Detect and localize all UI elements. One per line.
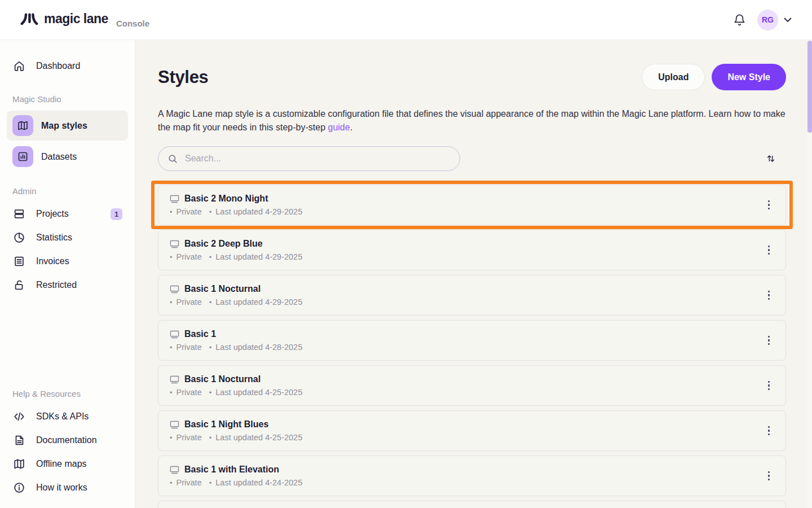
style-meta: • Private • Last updated 4-28-2025	[170, 343, 302, 352]
style-visibility: Private	[176, 433, 202, 442]
style-visibility: Private	[176, 207, 202, 216]
scrollbar-thumb[interactable]	[807, 41, 812, 133]
style-list-item[interactable]: Basic 1 Nocturnal • Private • Last updat…	[158, 275, 786, 316]
bullet-separator: •	[209, 208, 212, 216]
upload-button[interactable]: Upload	[642, 64, 705, 90]
guide-link[interactable]: guide	[328, 122, 350, 132]
style-options-button[interactable]	[762, 378, 776, 394]
sidebar-item-datasets[interactable]: Datasets	[7, 142, 128, 172]
projects-icon	[12, 207, 26, 221]
sidebar-item-label: Datasets	[41, 152, 77, 162]
style-name: Basic 1 Night Blues	[184, 419, 268, 430]
account-menu[interactable]: RG	[757, 10, 792, 30]
kebab-dot	[768, 298, 770, 300]
kebab-dot	[768, 249, 770, 251]
avatar[interactable]: RG	[757, 10, 778, 30]
style-list-item[interactable]: Basic 2 Mono Night • Private • Last upda…	[158, 185, 786, 225]
style-updated: Last updated 4-29-2025	[215, 297, 302, 306]
invoice-icon	[12, 255, 26, 268]
style-meta: • Private • Last updated 4-25-2025	[170, 388, 302, 397]
bullet-separator: •	[209, 343, 212, 352]
offline-map-icon	[12, 457, 26, 471]
sidebar-item-label: Projects	[36, 209, 69, 219]
chevron-down-icon	[784, 17, 792, 23]
style-visibility: Private	[176, 252, 202, 261]
style-list-item[interactable]: Basic 1 with Elevation • Private • Last …	[158, 456, 786, 496]
style-name: Basic 1 Nocturnal	[184, 374, 261, 384]
kebab-dot	[768, 291, 770, 293]
info-icon	[12, 481, 26, 494]
kebab-dot	[768, 433, 770, 436]
style-updated: Last updated 4-25-2025	[215, 388, 302, 397]
style-options-button[interactable]	[762, 468, 776, 484]
sidebar-item-how-it-works[interactable]: How it works	[7, 476, 128, 499]
section-label-magic-studio: Magic Studio	[12, 94, 128, 104]
bullet-separator: •	[209, 253, 212, 261]
style-options-button[interactable]	[762, 287, 776, 304]
new-style-button[interactable]: New Style	[712, 64, 786, 90]
style-list-item[interactable]: Basic 2 Deep Blue • Private • Last updat…	[158, 230, 786, 270]
sort-icon	[766, 154, 776, 164]
style-list-item[interactable]: Basic 1 Nocturnal • Private • Last updat…	[158, 365, 786, 406]
section-label-help: Help & Resources	[12, 389, 128, 398]
monitor-icon	[170, 330, 179, 339]
sort-button[interactable]	[764, 151, 778, 166]
bullet-separator: •	[170, 388, 173, 397]
kebab-dot	[768, 253, 770, 255]
kebab-dot	[768, 381, 770, 383]
main-content: Styles Upload New Style A Magic Lane map…	[135, 40, 812, 508]
sidebar-item-documentation[interactable]: Documentation	[7, 429, 128, 452]
style-visibility: Private	[176, 343, 202, 352]
search-input[interactable]	[185, 154, 451, 164]
sidebar-item-statistics[interactable]: Statistics	[7, 226, 128, 249]
style-options-button[interactable]	[762, 197, 776, 213]
style-options-button[interactable]	[762, 332, 776, 349]
sidebar-item-label: How it works	[36, 483, 87, 493]
home-icon	[12, 59, 26, 73]
style-meta: • Private • Last updated 4-24-2025	[170, 478, 302, 487]
sidebar-item-dashboard[interactable]: Dashboard	[7, 55, 128, 77]
kebab-dot	[768, 479, 770, 481]
sidebar-item-sdks-apis[interactable]: SDKs & APIs	[7, 405, 128, 428]
code-icon	[12, 410, 26, 423]
bullet-separator: •	[170, 208, 173, 216]
sidebar-item-label: Offline maps	[36, 459, 87, 469]
kebab-dot	[768, 388, 770, 391]
style-list-item[interactable]: • •	[158, 501, 786, 508]
sidebar-item-offline-maps[interactable]: Offline maps	[7, 453, 128, 475]
style-options-button[interactable]	[762, 242, 776, 259]
sidebar-item-label: Dashboard	[36, 61, 80, 71]
kebab-dot	[768, 343, 770, 345]
sidebar-item-projects[interactable]: Projects 1	[7, 203, 128, 225]
magic-lane-logo[interactable]: magic lane	[20, 11, 108, 27]
style-list-item[interactable]: Basic 1 Night Blues • Private • Last upd…	[158, 410, 786, 451]
section-label-admin: Admin	[12, 186, 128, 196]
kebab-dot	[768, 426, 770, 428]
monitor-icon	[170, 285, 179, 294]
style-name: Basic 2 Mono Night	[184, 194, 268, 204]
page-description: A Magic Lane map style is a customizable…	[158, 107, 786, 134]
kebab-dot	[768, 294, 770, 296]
sidebar-item-invoices[interactable]: Invoices	[7, 250, 128, 273]
style-options-button[interactable]	[762, 423, 776, 439]
sidebar-item-label: Documentation	[36, 435, 97, 445]
style-updated: Last updated 4-24-2025	[215, 478, 302, 487]
description-text: A Magic Lane map style is a customizable…	[158, 109, 785, 132]
sidebar-item-map-styles[interactable]: Map styles	[7, 111, 128, 141]
bullet-separator: •	[209, 479, 212, 487]
bullet-separator: •	[170, 253, 173, 261]
console-label: Console	[116, 19, 149, 28]
style-visibility: Private	[176, 388, 202, 397]
sidebar-item-label: Map styles	[41, 121, 87, 131]
monitor-icon	[170, 466, 179, 474]
search-box[interactable]	[158, 146, 460, 171]
kebab-dot	[768, 204, 770, 206]
kebab-dot	[768, 208, 770, 210]
sidebar-item-restricted[interactable]: Restricted	[7, 274, 128, 296]
sidebar: Dashboard Magic Studio Map styles	[0, 40, 135, 508]
notifications-button[interactable]	[733, 13, 746, 27]
style-updated: Last updated 4-25-2025	[215, 433, 302, 442]
style-list-item[interactable]: Basic 1 • Private • Last updated 4-28-20…	[158, 320, 786, 361]
projects-count-badge: 1	[111, 208, 122, 220]
monitor-icon	[170, 375, 179, 384]
